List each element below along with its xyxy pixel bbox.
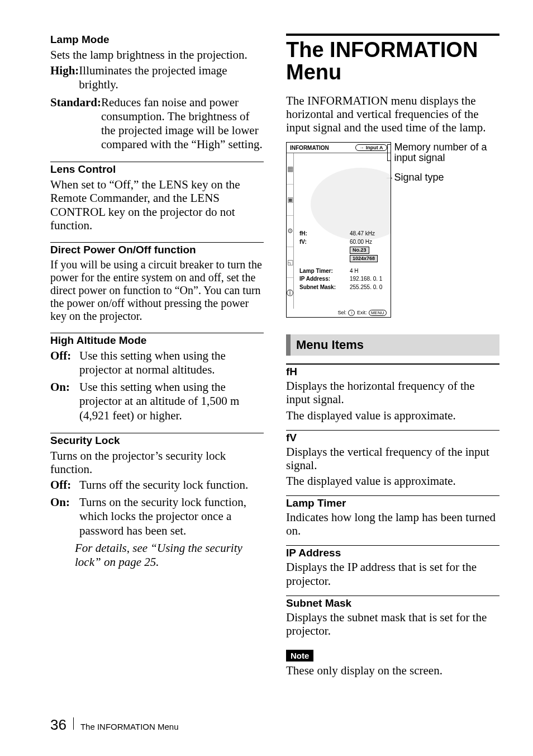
security-lock-intro: Turns on the projector’s security lock f… <box>50 449 264 476</box>
fh-body2: The displayed value is approximate. <box>286 409 499 422</box>
osd-row-fv: fV: 60.00 Hz <box>299 239 391 246</box>
osd-footer: Sel: ↕ Exit: MENU <box>287 309 391 317</box>
osd-exit-label: Exit: <box>357 310 367 315</box>
osd-sidebar: ▦ ▣ ⚙ ◱ ⓘ <box>287 153 294 309</box>
lens-control-body: When set to “Off,” the LENS key on the R… <box>50 178 264 232</box>
security-lock-list: Off: Turns off the security lock functio… <box>50 478 264 538</box>
right-column: The INFORMATION Menu The INFORMATION men… <box>286 34 499 679</box>
callout-memory-text: Memory number of a input signal <box>394 141 487 163</box>
term-off: Off: <box>50 349 79 377</box>
osd-body: ▦ ▣ ⚙ ◱ ⓘ fH: 48.47 kHz <box>287 153 391 309</box>
lamp-mode-high: High: Illuminates the projected image br… <box>50 64 264 92</box>
osd-watermark-icon <box>311 168 391 240</box>
desc-high: Illuminates the projected image brightly… <box>79 64 264 92</box>
osd-fh-value: 48.47 kHz <box>350 230 375 238</box>
left-column: Lamp Mode Sets the lamp brightness in th… <box>50 34 264 679</box>
direct-power-body: If you will be using a circuit breaker t… <box>50 258 264 323</box>
heading-direct-power: Direct Power On/Off function <box>50 242 264 256</box>
osd-row-fh: fH: 48.47 kHz <box>299 230 391 238</box>
page-footer: 36 The INFORMATION Menu <box>50 716 179 734</box>
callout-signal-text: Signal type <box>394 172 444 183</box>
term-high: High: <box>50 64 79 92</box>
menu-items-bar: Menu Items <box>286 334 499 356</box>
osd-lamp-value: 4 H <box>350 268 359 275</box>
osd-ip-label: IP Address: <box>299 276 350 283</box>
callout-memory: Memory number of a input signal <box>394 142 499 163</box>
osd-tab-icon-2: ▣ <box>287 185 293 216</box>
osd-fv-value: 60.00 Hz <box>350 239 372 246</box>
osd-row-ip: IP Address: 192.168. 0. 1 <box>299 276 391 283</box>
heading-lens-control: Lens Control <box>50 162 264 176</box>
osd-row-mask: Subnet Mask: 255.255. 0. 0 <box>299 284 391 291</box>
security-lock-detail: For details, see “Using the security loc… <box>50 541 264 569</box>
title-wrap: The INFORMATION Menu <box>286 34 499 84</box>
callouts: Memory number of a input signal Signal t… <box>394 142 499 183</box>
page: Lamp Mode Sets the lamp brightness in th… <box>0 0 533 756</box>
fv-body2: The displayed value is approximate. <box>286 474 499 488</box>
osd-row-signal: 1024x768 <box>299 255 391 262</box>
osd-input-pill: →Input A <box>355 144 387 151</box>
osd-mask-value: 255.255. 0. 0 <box>350 284 382 291</box>
fh-body1: Displays the horizontal frequency of the… <box>286 379 499 406</box>
high-altitude-list: Off: Use this setting when using the pro… <box>50 349 264 423</box>
footer-divider <box>73 717 74 730</box>
osd-exit-button: MENU <box>369 310 387 316</box>
fv-body1: Displays the vertical frequency of the i… <box>286 445 499 472</box>
desc-sl-off: Turns off the security lock function. <box>79 478 264 492</box>
osd-tab-icon-5: ⓘ <box>287 278 293 309</box>
note-body: These only display on the screen. <box>286 664 499 677</box>
term-sl-off: Off: <box>50 478 79 492</box>
page-number: 36 <box>50 716 66 734</box>
osd-content: fH: 48.47 kHz fV: 60.00 Hz No.23 <box>294 153 391 309</box>
osd-row-lamp: Lamp Timer: 4 H <box>299 268 391 275</box>
osd-mask-label: Subnet Mask: <box>299 284 350 291</box>
desc-on: Use this setting when using the projecto… <box>79 380 264 423</box>
osd-memory-box: No.23 <box>350 247 369 254</box>
heading-lamp-mode: Lamp Mode <box>50 34 264 46</box>
note-tag: Note <box>286 650 313 662</box>
lamp-mode-standard: Standard: Reduces fan noise and power co… <box>50 96 264 152</box>
heading-high-altitude: High Altitude Mode <box>50 333 264 347</box>
osd-tab-icon-3: ⚙ <box>287 216 293 247</box>
osd-input-label: Input A <box>366 145 383 150</box>
page-section-title: The INFORMATION Menu <box>286 39 499 84</box>
info-intro: The INFORMATION menu displays the horizo… <box>286 94 499 134</box>
osd-header: INFORMATION →Input A <box>287 143 391 153</box>
desc-sl-on: Turns on the security lock function, whi… <box>79 495 264 538</box>
heading-subnet-mask: Subnet Mask <box>286 596 499 609</box>
desc-standard: Reduces fan noise and power consumption.… <box>101 96 264 152</box>
footer-title: The INFORMATION Menu <box>80 722 179 731</box>
high-altitude-off: Off: Use this setting when using the pro… <box>50 349 264 377</box>
ip-address-body: Displays the IP address that is set for … <box>286 560 499 587</box>
osd-row-memory: No.23 <box>299 247 391 254</box>
lamp-timer-body: Indicates how long the lamp has been tur… <box>286 511 499 537</box>
term-sl-on: On: <box>50 495 79 538</box>
heading-ip-address: IP Address <box>286 545 499 559</box>
osd-lamp-label: Lamp Timer: <box>299 268 350 275</box>
desc-off: Use this setting when using the projecto… <box>79 349 264 377</box>
osd-screenshot: INFORMATION →Input A ▦ ▣ ⚙ ◱ ⓘ <box>286 142 391 318</box>
callout-signal: Signal type <box>394 172 499 183</box>
osd-sel-label: Sel: <box>337 310 346 315</box>
heading-lamp-timer: Lamp Timer <box>286 495 499 509</box>
lamp-mode-intro: Sets the lamp brightness in the projecti… <box>50 48 264 62</box>
term-standard: Standard: <box>50 96 101 152</box>
columns: Lamp Mode Sets the lamp brightness in th… <box>50 34 499 679</box>
term-on: On: <box>50 380 79 423</box>
security-lock-off: Off: Turns off the security lock functio… <box>50 478 264 492</box>
security-lock-on: On: Turns on the security lock function,… <box>50 495 264 538</box>
osd-fh-label: fH: <box>299 230 350 238</box>
arrow-right-icon: → <box>359 145 364 150</box>
heading-fh: fH <box>286 363 499 378</box>
lamp-mode-list: High: Illuminates the projected image br… <box>50 64 264 152</box>
osd-fv-label: fV: <box>299 239 350 246</box>
osd-ip-value: 192.168. 0. 1 <box>350 276 382 283</box>
high-altitude-on: On: Use this setting when using the proj… <box>50 380 264 423</box>
heading-security-lock: Security Lock <box>50 433 264 447</box>
osd-with-callouts: INFORMATION →Input A ▦ ▣ ⚙ ◱ ⓘ <box>286 142 499 318</box>
heading-fv: fV <box>286 430 499 444</box>
up-down-arrow-icon: ↕ <box>348 310 355 316</box>
osd-tab-icon-4: ◱ <box>287 247 293 278</box>
osd-tab-icon-1: ▦ <box>287 153 293 185</box>
subnet-mask-body: Displays the subnet mask that is set for… <box>286 611 499 637</box>
